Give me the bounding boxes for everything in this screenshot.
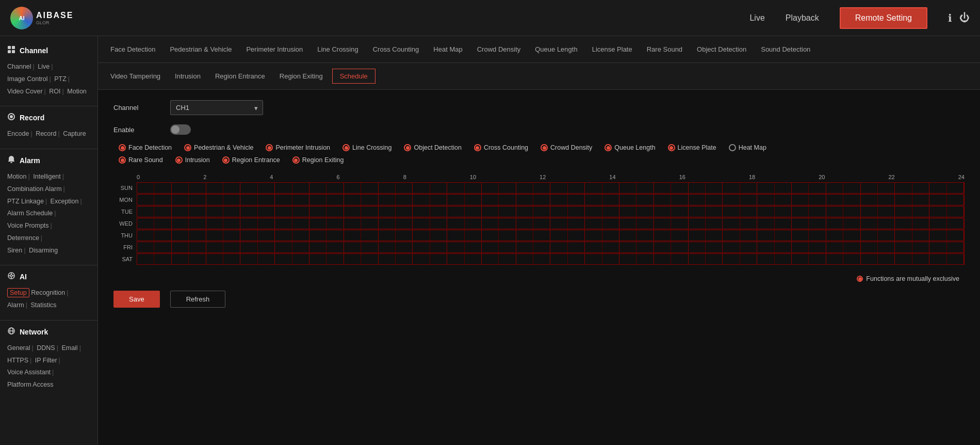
radio-rare-sound[interactable] xyxy=(119,156,126,164)
time-cell-sun-8[interactable] xyxy=(275,183,292,193)
tab-region-entrance[interactable]: Region Entrance xyxy=(208,63,272,89)
time-cell-mon-31[interactable] xyxy=(671,195,688,205)
time-cell-fri-13[interactable] xyxy=(361,242,378,252)
time-cell-fri-42[interactable] xyxy=(861,242,878,252)
sidebar-link-alarm-schedule[interactable]: Alarm Schedule xyxy=(7,210,53,217)
tab-perimeter-intrusion[interactable]: Perimeter Intrusion xyxy=(239,36,310,62)
time-cell-sat-8[interactable] xyxy=(275,254,292,264)
time-cell-fri-1[interactable] xyxy=(154,242,171,252)
time-cell-tue-24[interactable] xyxy=(550,206,567,217)
time-cell-fri-16[interactable] xyxy=(413,242,430,252)
time-cell-tue-1[interactable] xyxy=(154,206,171,217)
time-cell-fri-3[interactable] xyxy=(189,242,206,252)
time-cell-tue-21[interactable] xyxy=(499,206,516,217)
time-cell-sat-46[interactable] xyxy=(929,254,946,264)
time-cell-sun-42[interactable] xyxy=(861,183,878,193)
time-cell-mon-4[interactable] xyxy=(206,195,223,205)
time-grid-mon[interactable] xyxy=(137,194,965,205)
time-cell-tue-47[interactable] xyxy=(947,206,964,217)
time-cell-wed-37[interactable] xyxy=(775,218,792,229)
time-cell-mon-46[interactable] xyxy=(929,195,946,205)
time-cell-mon-17[interactable] xyxy=(430,195,447,205)
time-cell-wed-42[interactable] xyxy=(861,218,878,229)
time-cell-wed-9[interactable] xyxy=(292,218,309,229)
sidebar-link-ai-alarm[interactable]: Alarm xyxy=(7,301,24,309)
time-cell-fri-28[interactable] xyxy=(619,242,636,252)
time-cell-thu-20[interactable] xyxy=(482,230,499,241)
sidebar-link-setup[interactable]: Setup xyxy=(7,288,29,297)
time-cell-wed-14[interactable] xyxy=(379,218,396,229)
time-cell-tue-23[interactable] xyxy=(533,206,550,217)
time-cell-fri-30[interactable] xyxy=(654,242,671,252)
time-cell-sat-27[interactable] xyxy=(602,254,619,264)
time-cell-thu-13[interactable] xyxy=(361,230,378,241)
time-cell-thu-47[interactable] xyxy=(947,230,964,241)
time-cell-thu-31[interactable] xyxy=(671,230,688,241)
checkbox-object-detection[interactable]: Object Detection xyxy=(404,144,461,151)
time-cell-wed-25[interactable] xyxy=(568,218,585,229)
sidebar-link-voice-prompts[interactable]: Voice Prompts xyxy=(7,222,49,229)
time-cell-wed-45[interactable] xyxy=(912,218,929,229)
time-cell-sat-16[interactable] xyxy=(413,254,430,264)
sidebar-link-record[interactable]: Record xyxy=(36,130,56,137)
time-cell-mon-27[interactable] xyxy=(602,195,619,205)
time-cell-wed-39[interactable] xyxy=(809,218,826,229)
time-cell-fri-39[interactable] xyxy=(809,242,826,252)
time-cell-tue-35[interactable] xyxy=(740,206,757,217)
time-cell-sat-5[interactable] xyxy=(223,254,240,264)
sidebar-link-general[interactable]: General xyxy=(7,344,30,352)
time-cell-fri-17[interactable] xyxy=(430,242,447,252)
time-cell-thu-5[interactable] xyxy=(223,230,240,241)
channel-select[interactable]: CH1 CH2 CH3 CH4 xyxy=(170,100,263,115)
time-cell-sun-28[interactable] xyxy=(619,183,636,193)
time-cell-mon-1[interactable] xyxy=(154,195,171,205)
refresh-button[interactable]: Refresh xyxy=(170,291,226,308)
time-cell-fri-8[interactable] xyxy=(275,242,292,252)
time-cell-tue-45[interactable] xyxy=(912,206,929,217)
time-cell-sat-3[interactable] xyxy=(189,254,206,264)
time-cell-sun-4[interactable] xyxy=(206,183,223,193)
time-cell-sat-38[interactable] xyxy=(792,254,809,264)
time-cell-wed-46[interactable] xyxy=(929,218,946,229)
time-cell-mon-19[interactable] xyxy=(465,195,482,205)
checkbox-perimeter-intrusion[interactable]: Perimeter Intrusion xyxy=(266,144,330,151)
time-cell-sun-36[interactable] xyxy=(757,183,774,193)
time-cell-sun-7[interactable] xyxy=(258,183,275,193)
time-cell-tue-20[interactable] xyxy=(482,206,499,217)
time-cell-fri-29[interactable] xyxy=(636,242,654,252)
time-cell-tue-12[interactable] xyxy=(344,206,361,217)
time-cell-sun-18[interactable] xyxy=(447,183,464,193)
time-cell-tue-42[interactable] xyxy=(861,206,878,217)
time-cell-tue-38[interactable] xyxy=(792,206,809,217)
time-cell-sun-11[interactable] xyxy=(326,183,344,193)
time-cell-thu-10[interactable] xyxy=(309,230,326,241)
time-cell-sat-25[interactable] xyxy=(568,254,585,264)
time-cell-mon-36[interactable] xyxy=(757,195,774,205)
time-cell-thu-19[interactable] xyxy=(465,230,482,241)
time-cell-fri-14[interactable] xyxy=(379,242,396,252)
time-cell-tue-11[interactable] xyxy=(326,206,344,217)
time-cell-mon-18[interactable] xyxy=(447,195,464,205)
time-cell-fri-6[interactable] xyxy=(240,242,257,252)
time-cell-thu-46[interactable] xyxy=(929,230,946,241)
time-cell-sun-25[interactable] xyxy=(568,183,585,193)
time-cell-tue-3[interactable] xyxy=(189,206,206,217)
time-cell-thu-17[interactable] xyxy=(430,230,447,241)
time-cell-sat-0[interactable] xyxy=(137,254,154,264)
time-cell-fri-38[interactable] xyxy=(792,242,809,252)
time-cell-sun-17[interactable] xyxy=(430,183,447,193)
time-cell-sun-19[interactable] xyxy=(465,183,482,193)
time-cell-tue-39[interactable] xyxy=(809,206,826,217)
time-cell-sun-37[interactable] xyxy=(775,183,792,193)
time-cell-mon-34[interactable] xyxy=(723,195,740,205)
time-cell-mon-29[interactable] xyxy=(636,195,654,205)
time-cell-wed-13[interactable] xyxy=(361,218,378,229)
time-cell-sat-1[interactable] xyxy=(154,254,171,264)
tab-rare-sound[interactable]: Rare Sound xyxy=(640,36,690,62)
time-cell-sun-6[interactable] xyxy=(240,183,257,193)
time-cell-wed-26[interactable] xyxy=(585,218,602,229)
time-cell-thu-45[interactable] xyxy=(912,230,929,241)
time-cell-wed-12[interactable] xyxy=(344,218,361,229)
time-cell-tue-33[interactable] xyxy=(706,206,723,217)
sidebar-link-channel[interactable]: Channel xyxy=(7,63,31,70)
